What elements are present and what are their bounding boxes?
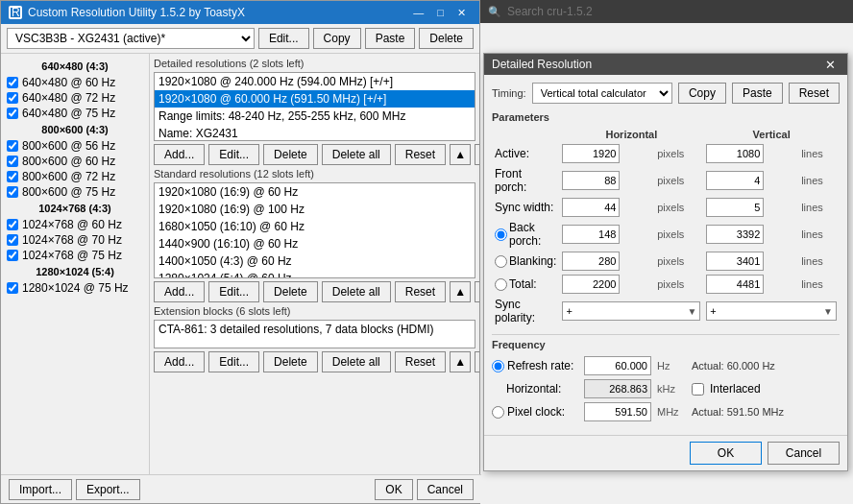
detailed-up-button[interactable]: ▲ bbox=[450, 144, 471, 165]
main-panel: Detailed resolutions (2 slots left) 1920… bbox=[150, 54, 479, 475]
checkbox-640x480-75[interactable] bbox=[7, 108, 18, 119]
back-porch-v-input[interactable] bbox=[706, 225, 764, 244]
timing-paste-button[interactable]: Paste bbox=[732, 83, 783, 104]
list-item[interactable]: 1440×900 (16:10) @ 60 Hz bbox=[155, 235, 475, 252]
ext-down-button[interactable]: ▼ bbox=[475, 351, 479, 372]
list-item[interactable]: 1920×1080 @ 240.000 Hz (594.00 MHz) [+/+… bbox=[155, 73, 475, 90]
maximize-button[interactable]: □ bbox=[431, 7, 450, 19]
standard-delete-button[interactable]: Delete bbox=[263, 281, 318, 302]
total-h-input[interactable] bbox=[562, 275, 620, 294]
checkbox-1024x768-70[interactable] bbox=[7, 234, 18, 246]
standard-res-title: Standard resolutions (12 slots left) bbox=[154, 168, 475, 180]
paste-button[interactable]: Paste bbox=[365, 28, 416, 49]
group-800x600-title: 800×600 (4:3) bbox=[5, 121, 145, 138]
checkbox-800x600-75[interactable] bbox=[7, 186, 18, 198]
dialog-ok-button[interactable]: OK bbox=[690, 442, 762, 465]
standard-delete-all-button[interactable]: Delete all bbox=[322, 281, 391, 302]
ext-delete-button[interactable]: Delete bbox=[263, 351, 318, 372]
list-item[interactable]: 1920×1080 (16:9) @ 100 Hz bbox=[155, 201, 475, 218]
checkbox-800x600-60[interactable] bbox=[7, 156, 18, 167]
detailed-res-list[interactable]: 1920×1080 @ 240.000 Hz (594.00 MHz) [+/+… bbox=[154, 72, 475, 141]
back-porch-radio[interactable] bbox=[495, 228, 507, 241]
list-item[interactable]: 1400×1050 (4:3) @ 60 Hz bbox=[155, 252, 475, 270]
sync-width-v-input[interactable] bbox=[706, 198, 764, 217]
total-radio[interactable] bbox=[495, 278, 507, 291]
ext-reset-button[interactable]: Reset bbox=[395, 351, 446, 372]
total-v-input[interactable] bbox=[706, 275, 764, 294]
minimize-button[interactable]: — bbox=[407, 7, 429, 19]
pixel-clock-radio[interactable] bbox=[492, 406, 504, 419]
ext-edit-button[interactable]: Edit... bbox=[208, 351, 259, 372]
ok-button[interactable]: OK bbox=[375, 479, 412, 500]
standard-edit-button[interactable]: Edit... bbox=[208, 281, 259, 302]
dialog-buttons: OK Cancel bbox=[484, 435, 847, 470]
list-item[interactable]: Range limits: 48-240 Hz, 255-255 kHz, 60… bbox=[155, 108, 475, 125]
checkbox-800x600-56[interactable] bbox=[7, 140, 18, 152]
frequency-label: Frequency bbox=[492, 339, 840, 350]
import-button[interactable]: Import... bbox=[9, 479, 72, 500]
sync-polarity-h-select[interactable]: + ▼ bbox=[562, 301, 700, 321]
profile-select[interactable]: VSC3B3B - XG2431 (active)* bbox=[7, 28, 255, 49]
detailed-edit-button[interactable]: Edit... bbox=[208, 144, 259, 165]
checkbox-640x480-60[interactable] bbox=[7, 77, 18, 88]
standard-reset-button[interactable]: Reset bbox=[395, 281, 446, 302]
pixel-clock-label: Pixel clock: bbox=[507, 405, 565, 419]
ext-up-button[interactable]: ▲ bbox=[450, 351, 471, 372]
timing-reset-button[interactable]: Reset bbox=[789, 83, 840, 104]
export-button[interactable]: Export... bbox=[76, 479, 140, 500]
standard-add-button[interactable]: Add... bbox=[154, 281, 205, 302]
detailed-reset-button[interactable]: Reset bbox=[395, 144, 446, 165]
active-h-input[interactable] bbox=[562, 144, 620, 163]
blanking-h-input[interactable] bbox=[562, 252, 620, 271]
ext-delete-all-button[interactable]: Delete all bbox=[322, 351, 391, 372]
close-button[interactable]: ✕ bbox=[451, 7, 472, 19]
dialog-cancel-button[interactable]: Cancel bbox=[768, 442, 840, 465]
ext-add-button[interactable]: Add... bbox=[154, 351, 205, 372]
detailed-down-button[interactable]: ▼ bbox=[475, 144, 479, 165]
timing-copy-button[interactable]: Copy bbox=[678, 83, 726, 104]
list-item-selected[interactable]: 1920×1080 @ 60.000 Hz (591.50 MHz) [+/+] bbox=[155, 90, 475, 108]
refresh-rate-radio[interactable] bbox=[492, 360, 504, 372]
horizontal-row: Horizontal: kHz Interlaced bbox=[492, 377, 840, 400]
horizontal-input[interactable] bbox=[584, 379, 651, 398]
checkbox-640x480-72[interactable] bbox=[7, 92, 18, 104]
front-porch-v-input[interactable] bbox=[706, 171, 764, 190]
copy-button[interactable]: Copy bbox=[313, 28, 361, 49]
list-item[interactable]: 1920×1080 (16:9) @ 60 Hz bbox=[155, 183, 475, 201]
detailed-add-button[interactable]: Add... bbox=[154, 144, 205, 165]
ext-blocks-list[interactable]: CTA-861: 3 detailed resolutions, 7 data … bbox=[154, 320, 475, 348]
cancel-button[interactable]: Cancel bbox=[417, 479, 474, 500]
checkbox-1024x768-75[interactable] bbox=[7, 250, 18, 261]
front-porch-h-input[interactable] bbox=[562, 171, 620, 190]
list-item[interactable]: CTA-861: 3 detailed resolutions, 7 data … bbox=[155, 321, 475, 338]
checkbox-800x600-72[interactable] bbox=[7, 171, 18, 182]
detailed-res-buttons: Add... Edit... Delete Delete all Reset ▲… bbox=[154, 144, 475, 165]
interlaced-checkbox[interactable] bbox=[692, 383, 704, 396]
delete-button[interactable]: Delete bbox=[419, 28, 474, 49]
list-item[interactable]: 1680×1050 (16:10) @ 60 Hz bbox=[155, 218, 475, 235]
content-area: 640×480 (4:3) 640×480 @ 60 Hz 640×480 @ … bbox=[1, 54, 479, 475]
sync-polarity-v-select[interactable]: + ▼ bbox=[706, 301, 837, 321]
detailed-delete-all-button[interactable]: Delete all bbox=[322, 144, 391, 165]
list-item[interactable]: 1280×1024 (5:4) @ 60 Hz bbox=[155, 270, 475, 278]
dialog-close-button[interactable]: ✕ bbox=[821, 58, 840, 72]
back-porch-h-input[interactable] bbox=[562, 225, 620, 244]
sync-width-h-input[interactable] bbox=[562, 198, 620, 217]
search-icon: 🔍 bbox=[488, 6, 501, 18]
list-item[interactable]: Name: XG2431 bbox=[155, 125, 475, 141]
checkbox-1024x768-60[interactable] bbox=[7, 219, 18, 230]
dialog-title-bar: Detailed Resolution ✕ bbox=[484, 54, 847, 75]
standard-up-button[interactable]: ▲ bbox=[450, 281, 471, 302]
edit-button[interactable]: Edit... bbox=[258, 28, 309, 49]
detailed-delete-button[interactable]: Delete bbox=[263, 144, 318, 165]
standard-res-list[interactable]: 1920×1080 (16:9) @ 60 Hz 1920×1080 (16:9… bbox=[154, 182, 475, 278]
active-v-input[interactable] bbox=[706, 144, 764, 163]
checkbox-1280x1024-75[interactable] bbox=[7, 282, 18, 294]
search-input[interactable] bbox=[507, 5, 845, 18]
pixel-clock-input[interactable] bbox=[584, 402, 651, 421]
blanking-radio[interactable] bbox=[495, 255, 507, 268]
refresh-rate-input[interactable] bbox=[584, 356, 651, 375]
blanking-v-input[interactable] bbox=[706, 252, 764, 271]
timing-select[interactable]: Vertical total calculator bbox=[532, 83, 672, 104]
standard-down-button[interactable]: ▼ bbox=[475, 281, 479, 302]
